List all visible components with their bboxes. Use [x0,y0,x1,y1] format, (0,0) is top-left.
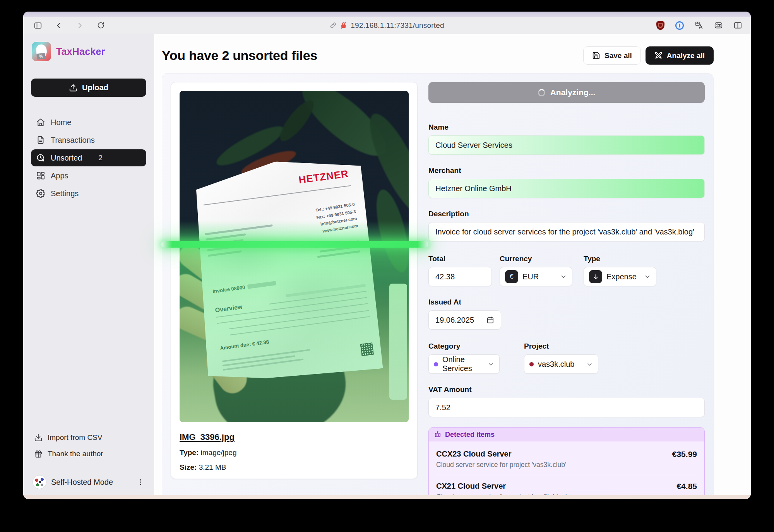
sidebar-toggle-icon[interactable] [33,21,43,30]
issued-at-label: Issued At [428,298,501,306]
project-value: vas3k.club [538,360,575,369]
hetzner-logo: HETZNER [298,168,349,186]
name-input[interactable]: Cloud Server Services [428,135,705,155]
merchant-input[interactable]: Hetzner Online GmbH [428,179,705,198]
analyzing-button[interactable]: Analyzing... [428,82,705,103]
vat-label: VAT Amount [428,385,705,394]
window-bottom-edge [23,495,751,499]
unsorted-count-badge: 2 [98,154,103,162]
type-value: Expense [606,272,637,281]
self-hosted-mode[interactable]: Self-Hosted Mode [31,475,146,489]
extensions-settings-icon[interactable] [714,21,723,30]
currency-select[interactable]: € EUR [500,267,572,286]
paper-rule [204,185,351,205]
page-title: You have 2 unsorted files [162,48,317,63]
import-from-csv[interactable]: Import from CSV [31,430,146,445]
currency-label: Currency [500,255,572,263]
upload-icon [69,84,77,92]
file-name-link[interactable]: IMG_3396.jpg [180,432,235,442]
name-label: Name [428,123,705,132]
brand-name: TaxHacker [56,46,105,57]
unsorted-file-panel: HETZNER Tel.: +49 9831 505-0 Fax: +49 98… [162,73,714,499]
sidebar-item-transactions[interactable]: Transactions [31,132,146,149]
plant-leaf [275,96,319,145]
file-size-label: Size: [180,463,197,471]
sidebar-item-home[interactable]: Home [31,114,146,131]
sidebar-item-label: Transactions [51,136,95,145]
reload-icon[interactable] [96,21,105,30]
analyzing-label: Analyzing... [550,88,596,97]
detected-item-price: €35.99 [672,450,697,459]
issued-at-input[interactable]: 19.06.2025 [428,310,501,330]
currency-value: EUR [522,272,539,281]
detected-item-price: €4.85 [676,482,697,491]
sidebar-item-label: Settings [51,189,79,198]
import-icon [34,433,43,442]
insecure-lock-icon [340,22,347,29]
clock-arrow-icon [36,153,45,163]
forward-icon[interactable] [75,21,84,30]
analyze-all-button[interactable]: Analyze all [646,46,714,65]
spinner-icon [538,89,545,96]
category-value: Online Services [442,355,483,373]
project-select[interactable]: vas3k.club [524,354,598,374]
kebab-menu-icon[interactable] [136,478,145,486]
main-content: You have 2 unsorted files Save all Analy… [154,34,751,495]
analyze-all-label: Analyze all [667,51,705,60]
detected-item-row: CCX23 Cloud Server Cloud server service … [436,443,697,475]
calendar-icon[interactable] [486,316,494,324]
file-card: HETZNER Tel.: +49 9831 505-0 Fax: +49 98… [171,82,418,479]
back-icon[interactable] [54,21,63,30]
avatar[interactable] [33,475,46,489]
expense-arrow-icon [589,270,602,283]
sidebar: TaxHacker Upload Home Transactions Unsor… [23,34,154,495]
file-type-value: image/jpeg [201,448,237,457]
sidebar-nav: Home Transactions Unsorted 2 Apps [31,114,146,202]
browser-window: 192.168.1.11:7331/unsorted TaxHacker [23,12,751,499]
file-type-label: Type: [180,448,199,457]
photo-wrap: HETZNER Tel.: +49 9831 505-0 Fax: +49 98… [180,91,409,422]
file-size-value: 3.21 MB [199,463,226,471]
swords-icon [654,51,663,60]
description-input[interactable]: Invoice for cloud server services for th… [428,222,705,241]
merchant-label: Merchant [428,166,705,175]
thank-the-author[interactable]: Thank the author [31,446,146,461]
scan-line [161,241,428,248]
save-all-label: Save all [604,51,632,60]
brand: TaxHacker [31,42,146,61]
ublock-extension-icon[interactable] [656,21,665,30]
detected-item-desc: Cloud server service for project 'vas3k.… [436,461,566,469]
password-manager-icon[interactable] [675,21,684,30]
detected-item-name: CCX23 Cloud Server [436,450,566,458]
total-input[interactable]: 42.38 [428,267,492,286]
file-size-row: Size: 3.21 MB [180,463,409,472]
sidebar-item-label: Home [51,118,71,127]
category-dot-icon [434,362,438,366]
chevron-down-icon [488,361,494,368]
category-select[interactable]: Online Services [428,354,500,374]
file-type-row: Type: image/jpeg [180,448,409,457]
sidebar-item-unsorted[interactable]: Unsorted 2 [31,149,146,166]
receipt-photo[interactable]: HETZNER Tel.: +49 9831 505-0 Fax: +49 98… [180,91,409,422]
footer-item-label: Thank the author [48,450,103,458]
sidebar-item-apps[interactable]: Apps [31,167,146,184]
type-select[interactable]: Expense [584,267,656,286]
link-icon [330,22,336,29]
upload-button[interactable]: Upload [31,79,146,97]
gift-icon [34,450,43,458]
vat-input[interactable]: 7.52 [428,398,705,417]
upload-label: Upload [82,83,108,92]
self-hosted-label: Self-Hosted Mode [51,478,113,487]
detected-items-panel: Detected items CCX23 Cloud Server Cloud … [428,427,705,499]
save-icon [592,51,600,60]
address-bar[interactable]: 192.168.1.11:7331/unsorted [330,17,444,34]
translate-icon[interactable] [694,21,704,30]
url-text[interactable]: 192.168.1.11:7331/unsorted [351,21,444,30]
issued-at-value: 19.06.2025 [435,316,474,325]
robot-icon [434,431,442,438]
sidebar-item-settings[interactable]: Settings [31,185,146,202]
detected-items-header: Detected items [429,428,704,441]
project-dot-icon [529,362,534,366]
save-all-button[interactable]: Save all [583,46,641,65]
split-view-icon[interactable] [733,21,742,30]
